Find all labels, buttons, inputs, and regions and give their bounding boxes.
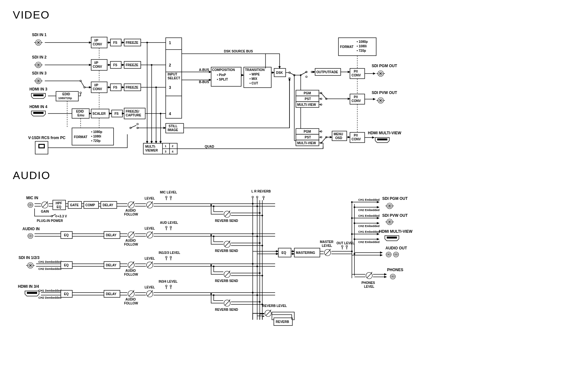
- svg-point-135: [213, 266, 215, 267]
- trs-icon: [390, 274, 395, 279]
- bnc-icon: [385, 219, 394, 225]
- ch2emb-2: CH2 Embedded: [358, 224, 380, 228]
- rev-send-4: REVERB SEND: [215, 308, 238, 311]
- svg-text:CONV: CONV: [352, 137, 361, 141]
- svg-text:FS: FS: [113, 86, 117, 89]
- sdi-pgm-out-label: SDI PGM OUT: [372, 64, 397, 68]
- eq-1: EQ: [64, 233, 69, 237]
- hdmi-icon: [385, 236, 399, 241]
- svg-point-150: [259, 272, 261, 274]
- format-1080p: • 1080p: [91, 130, 102, 134]
- trs-icon: [386, 252, 391, 257]
- lvl-4: LEVEL: [145, 286, 155, 289]
- svg-text:I/P: I/P: [94, 61, 99, 65]
- svg-point-133: [213, 236, 215, 237]
- mastering-label: MASTERING: [296, 251, 315, 255]
- svg-point-76: [300, 74, 302, 76]
- ch1emb-1: CH1 Embedded: [358, 198, 380, 201]
- svg-text:P/I: P/I: [354, 70, 358, 73]
- svg-text:P/I: P/I: [354, 95, 358, 99]
- svg-point-134: [210, 264, 212, 266]
- svg-text:FREEZE: FREEZE: [126, 86, 139, 89]
- svg-point-165: [354, 253, 355, 255]
- edid-1-l2: 1080/720p: [58, 97, 72, 100]
- svg-text:CAPTURE: CAPTURE: [126, 114, 141, 117]
- sel-3: 3: [169, 85, 171, 90]
- bnc-icon: [385, 203, 394, 209]
- gate-label: GATE: [70, 203, 79, 207]
- master-level-knob: [324, 249, 331, 256]
- sdi-in-1-label: SDI IN 1: [32, 33, 47, 37]
- hdmi-mv-label: HDMI MULTI-VIEW: [368, 131, 401, 135]
- svg-text:FREEZE/: FREEZE/: [126, 110, 139, 113]
- fo-1: • 1080p: [357, 40, 368, 43]
- a-sdi-pvw: SDI PVW OUT: [382, 213, 408, 218]
- comp-label: COMP: [85, 203, 95, 207]
- bnc-icon: [34, 62, 43, 68]
- svg-point-144: [252, 292, 254, 294]
- sdi-in-123-label: SDI IN 1/2/3: [19, 255, 40, 260]
- hdmi-icon: [375, 137, 389, 143]
- mix: • MIX: [250, 77, 257, 81]
- outputfade-label: OUTPUTFADE: [316, 70, 338, 74]
- svg-text:AUDIO: AUDIO: [125, 209, 136, 212]
- format-1080i: • 1080i: [91, 135, 101, 138]
- svg-text:CONV: CONV: [93, 43, 102, 46]
- svg-point-161: [354, 223, 355, 224]
- ch1emb-2: CH1 Embedded: [358, 214, 380, 217]
- ch1emb-3: CH1 Embedded: [358, 230, 380, 233]
- svg-text:AUDIO: AUDIO: [125, 298, 136, 301]
- svg-text:2: 2: [172, 145, 173, 148]
- svg-point-75: [306, 76, 307, 78]
- bbus-label: B-BUS: [199, 80, 209, 84]
- a-audio-out: AUDIO OUT: [385, 246, 407, 250]
- svg-point-138: [252, 203, 254, 205]
- svg-text:MULTI-VIEW: MULTI-VIEW: [297, 141, 316, 145]
- svg-text:3: 3: [165, 150, 166, 153]
- svg-text:FS: FS: [113, 41, 117, 44]
- lvl-2: LEVEL: [145, 227, 155, 230]
- a-hdmi-mv: HDMI MULTI-VIEW: [379, 229, 413, 234]
- v33-label: +3.3 V: [58, 215, 67, 218]
- svg-point-130: [210, 204, 212, 206]
- sdi-in-3-label: SDI IN 3: [32, 71, 47, 75]
- audio-wires: [35, 204, 275, 295]
- svg-text:HPF: HPF: [56, 201, 62, 205]
- svg-text:SELECT: SELECT: [168, 76, 180, 80]
- edid-2-l2: Emu: [77, 114, 84, 117]
- svg-text:MULTI-: MULTI-: [145, 145, 156, 148]
- svg-point-52: [137, 123, 139, 125]
- svg-text:CONV: CONV: [352, 99, 361, 103]
- svg-point-117: [56, 216, 57, 217]
- hdmi-in-34-label: HDMI IN 3/4: [18, 284, 39, 289]
- wipe: • WIPE: [250, 73, 260, 76]
- svg-point-152: [259, 301, 261, 303]
- plugin-power-label: PLUG-IN POWER: [37, 219, 63, 223]
- fo-3: • 720p: [357, 49, 366, 52]
- a-sdi-pgm: SDI PGM OUT: [382, 196, 408, 201]
- phones-level-knob: [366, 272, 372, 279]
- fo-2: • 1080i: [357, 44, 367, 48]
- dsk-src-label: DSK SOURCE BUS: [224, 50, 253, 53]
- a-phones: PHONES: [387, 268, 403, 272]
- svg-point-132: [210, 234, 212, 236]
- svg-point-42: [80, 92, 82, 94]
- svg-text:STILL: STILL: [169, 124, 178, 128]
- sdi-pvw-out-label: SDI PVW OUT: [372, 90, 397, 95]
- svg-text:CONV: CONV: [352, 74, 361, 77]
- svg-text:P/I: P/I: [354, 134, 358, 137]
- hdmi-icon: [25, 291, 39, 296]
- dsk-label: DSK: [276, 71, 283, 74]
- svg-point-164: [351, 251, 353, 252]
- svg-text:MULTI-VIEW: MULTI-VIEW: [297, 103, 316, 106]
- svg-text:LEVEL: LEVEL: [364, 285, 374, 288]
- delay-4: DELAY: [106, 292, 116, 296]
- transition-label: TRANSITION: [245, 68, 265, 72]
- svg-text:CONV: CONV: [93, 87, 102, 91]
- svg-text:MENU: MENU: [334, 132, 343, 136]
- sel-4: 4: [169, 112, 171, 116]
- svg-text:SCALER: SCALER: [92, 112, 106, 115]
- svg-text:EQ: EQ: [57, 205, 61, 209]
- bnc-icon: [377, 98, 385, 103]
- format-label: FORMAT: [74, 135, 87, 139]
